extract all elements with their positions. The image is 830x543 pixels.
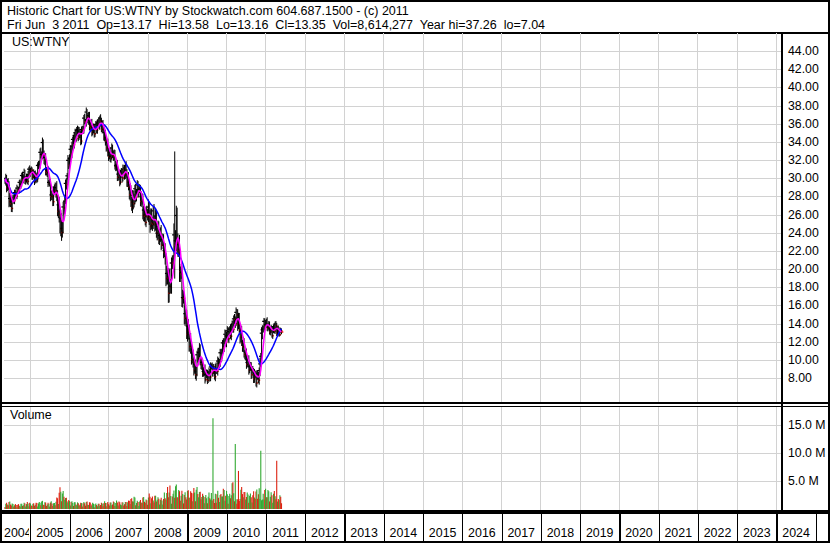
price-axis-label: 10.00 xyxy=(788,353,819,367)
price-axis-label: 24.00 xyxy=(788,226,819,240)
year-label: 2006 xyxy=(71,526,108,542)
price-axis-label: 28.00 xyxy=(788,189,819,203)
volume-chart-svg xyxy=(4,407,781,510)
time-axis-line xyxy=(2,510,830,514)
price-axis-label: 38.00 xyxy=(788,99,819,113)
year-label: 2015 xyxy=(424,526,461,542)
price-axis-label: 30.00 xyxy=(788,171,819,185)
year-label: 2016 xyxy=(463,526,500,542)
price-axis-label: 22.00 xyxy=(788,244,819,258)
pane-right-border xyxy=(781,33,783,510)
price-axis-label: 16.00 xyxy=(788,298,819,312)
volume-axis-label: 10.0 M xyxy=(788,446,826,460)
stock-chart-window: Historic Chart for US:WTNY by Stockwatch… xyxy=(0,0,830,543)
volume-axis-label: 15.0 M xyxy=(788,418,826,432)
year-label: 2011 xyxy=(267,526,304,542)
price-chart-svg xyxy=(4,33,781,402)
year-label: 2022 xyxy=(699,526,736,542)
year-label: 2014 xyxy=(385,526,422,542)
year-label: 2007 xyxy=(110,526,147,542)
year-label: 2005 xyxy=(31,526,68,542)
year-label: 2019 xyxy=(581,526,618,542)
volume-axis-label: 5.0 M xyxy=(788,474,819,488)
year-label: 2004 xyxy=(4,526,29,542)
year-label: 2018 xyxy=(542,526,579,542)
price-axis-label: 20.00 xyxy=(788,262,819,276)
price-axis-label: 36.00 xyxy=(788,117,819,131)
year-label: 2009 xyxy=(188,526,225,542)
year-label: 2013 xyxy=(345,526,382,542)
year-label: 2024 xyxy=(777,526,814,542)
quote-summary-line: Fri Jun 3 2011 Op=13.17 Hi=13.58 Lo=13.1… xyxy=(7,18,545,32)
price-axis-label: 34.00 xyxy=(788,135,819,149)
price-axis-label: 42.00 xyxy=(788,62,819,76)
year-label: 2012 xyxy=(306,526,343,542)
year-label: 2023 xyxy=(738,526,775,542)
price-axis-label: 32.00 xyxy=(788,153,819,167)
year-label: 2020 xyxy=(620,526,657,542)
year-label: 2010 xyxy=(228,526,265,542)
year-tick xyxy=(816,514,817,543)
price-axis-label: 12.00 xyxy=(788,335,819,349)
year-label: 2021 xyxy=(660,526,697,542)
price-axis-label: 8.00 xyxy=(788,371,812,385)
price-axis-label: 26.00 xyxy=(788,208,819,222)
price-axis-label: 14.00 xyxy=(788,317,819,331)
volume-pane-label: Volume xyxy=(10,408,52,422)
year-label: 2017 xyxy=(503,526,540,542)
price-axis-label: 18.00 xyxy=(788,280,819,294)
price-axis-label: 44.00 xyxy=(788,44,819,58)
price-pane-bottom-border xyxy=(2,402,830,404)
chart-title: Historic Chart for US:WTNY by Stockwatch… xyxy=(7,4,409,18)
price-axis-label: 40.00 xyxy=(788,80,819,94)
year-label: 2008 xyxy=(149,526,186,542)
symbol-label: US:WTNY xyxy=(12,35,70,49)
